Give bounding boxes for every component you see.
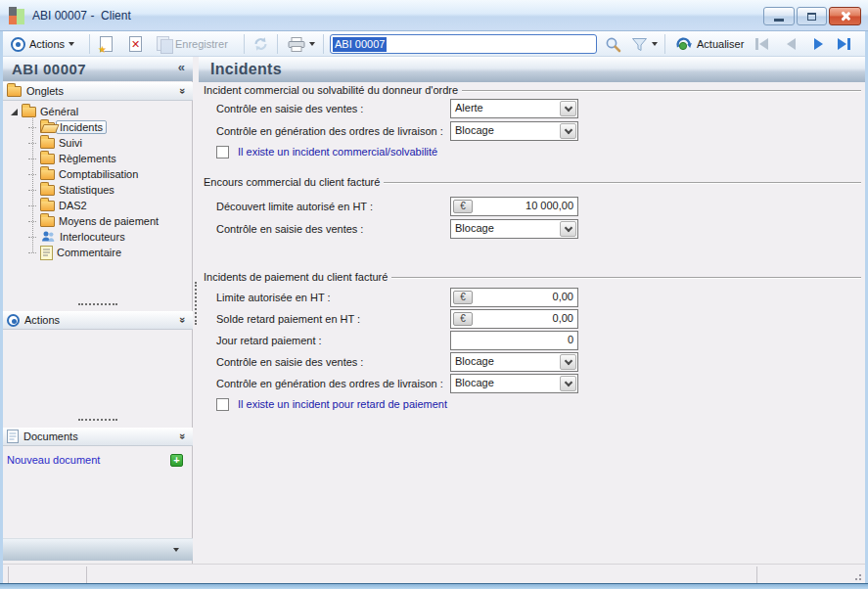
- combo-dropdown-button[interactable]: [560, 221, 576, 237]
- add-document-button[interactable]: +: [170, 454, 183, 467]
- field-label: Découvert limite autorisé en HT :: [216, 197, 373, 216]
- next-record-button[interactable]: [805, 35, 831, 53]
- status-bar: [3, 564, 865, 583]
- toolbar-separator: [664, 34, 665, 54]
- tree-item-interlocuteurs[interactable]: Interlocuteurs: [28, 229, 125, 245]
- section-incidents-paiement: Incidents de paiement du client facturé: [204, 271, 861, 283]
- combo-dropdown-button[interactable]: [560, 354, 576, 370]
- status-cell-divider: [756, 566, 757, 583]
- sidebar-resize-handle[interactable]: [195, 282, 197, 325]
- tree-stub: [28, 174, 36, 175]
- select-value: Blocage: [455, 355, 494, 367]
- filter-dropdown-arrow-icon: [652, 42, 658, 46]
- tree-item-statistiques[interactable]: Statistiques: [28, 182, 114, 198]
- refresh-button[interactable]: [250, 33, 272, 55]
- search-button[interactable]: [602, 33, 624, 55]
- tree-item-label: Statistiques: [59, 184, 114, 196]
- section-encours-commercial: Encours commercial du client facturé: [204, 176, 861, 188]
- collapse-sidebar-button[interactable]: «: [178, 60, 185, 74]
- minimize-icon: [774, 19, 784, 22]
- folder-icon: [40, 201, 55, 211]
- currency-euro-button[interactable]: €: [453, 291, 473, 304]
- currency-euro-button[interactable]: €: [453, 312, 473, 326]
- solde-retard-input[interactable]: € 0,00: [450, 309, 578, 329]
- folder-icon: [7, 86, 22, 97]
- combo-dropdown-button[interactable]: [560, 376, 576, 391]
- folder-icon: [40, 216, 55, 227]
- tree-item-suivi[interactable]: Suivi: [28, 135, 82, 151]
- tree-item-moyens-de-paiement[interactable]: Moyens de paiement: [28, 213, 159, 229]
- tree-item-comptabilisation[interactable]: Comptabilisation: [28, 166, 138, 182]
- collapse-panel-icon: »: [177, 317, 189, 323]
- folder-icon: [40, 185, 55, 196]
- refresh-view-button[interactable]: Actualiser: [671, 33, 747, 55]
- controle-generation-livraison-select[interactable]: Blocage: [450, 121, 578, 141]
- page-title: Incidents: [199, 61, 282, 78]
- combo-dropdown-button[interactable]: [560, 101, 576, 116]
- select-value: Blocage: [455, 222, 494, 234]
- decouvert-limite-input[interactable]: € 10 000,00: [450, 197, 578, 216]
- filter-button[interactable]: [628, 33, 661, 55]
- section-divider: [391, 277, 861, 279]
- amount-value: 0,00: [553, 312, 573, 324]
- tree-item-label: Comptabilisation: [59, 168, 138, 180]
- tree-item-das2[interactable]: DAS2: [28, 198, 87, 213]
- new-document-link[interactable]: Nouveau document: [7, 454, 100, 466]
- title-bar[interactable]: ABI 00007 - Client: [0, 0, 868, 31]
- sidebar-scroll-bar[interactable]: [3, 538, 193, 561]
- limite-autorisee-input[interactable]: € 0,00: [450, 288, 578, 307]
- save-button[interactable]: Enregistrer: [154, 33, 231, 55]
- field-label: Contrôle en saisie des ventes :: [216, 219, 363, 239]
- last-record-icon: [847, 38, 850, 50]
- controle-saisie-ventes-paiement-select[interactable]: Blocage: [450, 352, 578, 372]
- incident-retard-checkbox-row: Il existe un incident pour retard de pai…: [216, 397, 447, 411]
- resize-grip[interactable]: [852, 571, 861, 580]
- field-label: Limite autorisée en HT :: [216, 288, 331, 307]
- status-cell-divider: [86, 566, 87, 583]
- people-icon: [40, 230, 56, 244]
- controle-saisie-ventes-select[interactable]: Alerte: [450, 99, 578, 118]
- folder-icon: [40, 169, 55, 180]
- jour-retard-input[interactable]: 0: [450, 331, 578, 350]
- tree-item-incidents[interactable]: Incidents: [28, 119, 107, 135]
- field-label: Contrôle en saisie des ventes :: [216, 99, 363, 118]
- record-search-input[interactable]: ABI 00007: [330, 34, 597, 54]
- delete-record-button[interactable]: [126, 33, 145, 55]
- panel-splitter-handle[interactable]: [78, 419, 117, 421]
- controle-saisie-ventes-encours-select[interactable]: Blocage: [450, 219, 578, 239]
- close-icon: [840, 11, 850, 22]
- panel-splitter-handle[interactable]: [78, 303, 117, 305]
- close-button[interactable]: [829, 7, 861, 25]
- actualiser-label: Actualiser: [697, 38, 744, 50]
- first-record-button[interactable]: [749, 35, 774, 53]
- restore-button[interactable]: [797, 7, 827, 25]
- tree-item-general[interactable]: Général: [11, 104, 78, 119]
- incident-commercial-checkbox[interactable]: [216, 146, 229, 159]
- amount-value: 10 000,00: [525, 200, 573, 211]
- actualiser-icon: [674, 35, 693, 54]
- first-record-icon: [759, 38, 768, 50]
- combo-dropdown-button[interactable]: [560, 123, 576, 139]
- tree-item-commentaire[interactable]: Commentaire: [28, 245, 121, 260]
- previous-record-button[interactable]: [778, 35, 803, 53]
- currency-euro-button[interactable]: €: [453, 200, 473, 213]
- tree-stub: [28, 237, 36, 238]
- actions-menu-button[interactable]: Actions: [8, 33, 77, 55]
- tree-item-label-selected: Incidents: [56, 120, 107, 134]
- actions-panel-header[interactable]: Actions »: [3, 311, 193, 330]
- filter-funnel-icon: [631, 37, 648, 52]
- onglets-panel-header[interactable]: Onglets »: [3, 82, 193, 101]
- tree-item-reglements[interactable]: Règlements: [28, 151, 116, 166]
- controle-generation-livraison-paiement-select[interactable]: Blocage: [450, 374, 578, 393]
- documents-panel-header[interactable]: Documents »: [3, 428, 193, 446]
- minimize-button[interactable]: [763, 7, 795, 25]
- new-record-button[interactable]: [97, 33, 115, 55]
- documents-panel-title: Documents: [23, 430, 78, 442]
- tree-expander-icon[interactable]: [11, 109, 18, 115]
- print-button[interactable]: [285, 33, 318, 55]
- toolbar-separator: [244, 34, 245, 54]
- last-record-button[interactable]: [831, 35, 856, 53]
- search-icon: [605, 36, 621, 53]
- incident-retard-checkbox[interactable]: [216, 398, 229, 411]
- collapse-panel-icon: »: [177, 88, 189, 94]
